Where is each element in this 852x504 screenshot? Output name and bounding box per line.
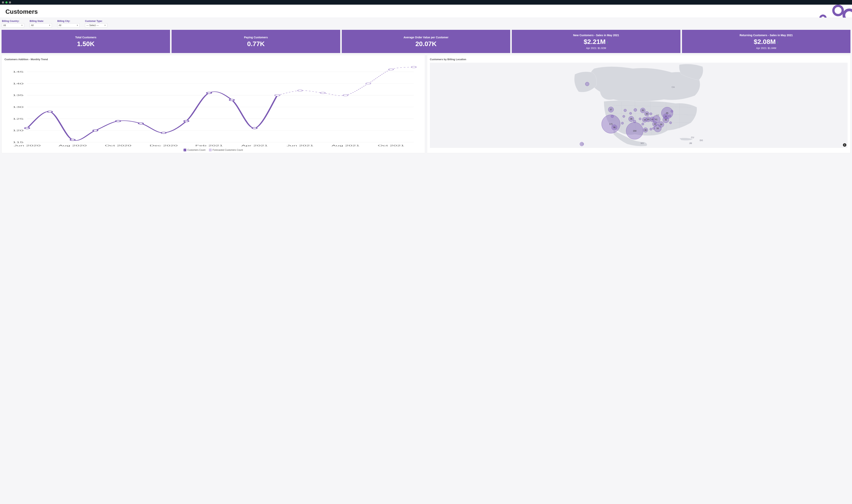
svg-text:35: 35 — [647, 118, 649, 121]
svg-text:32: 32 — [654, 123, 656, 125]
svg-text:36: 36 — [630, 118, 633, 120]
svg-text:171: 171 — [609, 123, 613, 125]
svg-point-104 — [585, 82, 589, 86]
svg-point-44 — [389, 69, 393, 70]
traffic-zoom-icon[interactable] — [9, 1, 11, 3]
svg-text:Oct 2020: Oct 2020 — [105, 144, 131, 147]
legend-item[interactable]: ✓Forecasted Customers Count — [209, 149, 243, 151]
svg-point-92 — [623, 115, 625, 118]
svg-point-89 — [634, 108, 637, 111]
svg-text:JM: JM — [689, 142, 692, 144]
svg-text:Apr 2021: Apr 2021 — [241, 144, 268, 147]
kpi-value: 1.50K — [3, 40, 168, 48]
legend-label: Forecasted Customers Count — [213, 149, 243, 151]
svg-point-105 — [580, 142, 584, 146]
kpi-label: Total Customers — [3, 36, 168, 39]
svg-point-45 — [411, 66, 416, 68]
filter-select[interactable]: All ▼ — [30, 23, 52, 28]
filter-select[interactable]: All ▼ — [2, 23, 24, 28]
trend-up-icon: ↑ — [777, 40, 779, 45]
kpi-value: 20.07K — [344, 40, 508, 48]
svg-text:35: 35 — [641, 109, 644, 111]
filter-label: Customer Type: — [85, 20, 107, 22]
kpi-value: $2.08M↑ — [684, 38, 849, 46]
svg-point-97 — [642, 123, 644, 125]
filter-1: Billing State: All ▼ — [30, 20, 52, 28]
chevron-down-icon: ▼ — [21, 24, 23, 26]
panel-title-monthly-trend: Customers Addition - Monthly Trend — [4, 58, 422, 61]
legend-checkbox-icon: ✓ — [183, 149, 186, 151]
svg-point-43 — [366, 83, 371, 84]
filter-select[interactable]: --- Select --- ▼ — [85, 23, 107, 28]
svg-point-32 — [139, 123, 143, 124]
svg-point-101 — [669, 115, 671, 117]
legend-item[interactable]: ✓Customers Count — [183, 149, 205, 151]
svg-text:36: 36 — [613, 126, 615, 128]
svg-point-0 — [820, 16, 826, 18]
svg-text:DO: DO — [700, 139, 703, 142]
map-chart[interactable]: CAUSMXCUDOJM1711643736353630343534613032… — [430, 63, 848, 148]
page-title: Customers — [5, 8, 847, 15]
filter-0: Billing Country: All ▼ — [2, 20, 24, 28]
svg-text:Dec 2020: Dec 2020 — [149, 144, 178, 147]
legend-label: Customers Count — [187, 149, 205, 151]
filter-label: Billing City: — [57, 20, 79, 22]
line-chart-legend: ✓Customers Count✓Forecasted Customers Co… — [4, 148, 422, 151]
traffic-close-icon[interactable] — [2, 1, 4, 3]
svg-point-94 — [629, 112, 632, 114]
svg-point-33 — [161, 132, 166, 133]
kpi-label: Returning Customers - Sales in May 2021 — [684, 34, 849, 37]
svg-text:95: 95 — [666, 112, 668, 114]
svg-text:Feb 2021: Feb 2021 — [195, 144, 223, 147]
panel-by-location: Customers by Billing Location CAUSMXCUDO… — [427, 55, 850, 153]
svg-point-103 — [669, 122, 672, 124]
kpi-sub: Apr 2021: $1.84M — [684, 47, 849, 50]
kpi-label: Average Order Value per Customer — [344, 36, 508, 39]
kpi-card-4: Returning Customers - Sales in May 2021 … — [682, 30, 850, 53]
kpi-card-1: Paying Customers 0.77K — [172, 30, 340, 53]
svg-point-95 — [633, 120, 636, 123]
filter-value: All — [59, 24, 61, 27]
svg-point-93 — [621, 122, 624, 124]
svg-point-90 — [624, 109, 627, 112]
traffic-minimize-icon[interactable] — [5, 1, 7, 3]
legend-checkbox-icon: ✓ — [209, 149, 212, 151]
filter-select[interactable]: All ▼ — [57, 23, 79, 28]
svg-point-102 — [671, 110, 673, 112]
svg-point-40 — [298, 90, 302, 91]
svg-point-100 — [650, 128, 652, 130]
svg-point-31 — [116, 120, 121, 122]
kpi-row: Total Customers 1.50K Paying Customers 0… — [0, 30, 852, 53]
kpi-card-0: Total Customers 1.50K — [2, 30, 170, 53]
svg-point-39 — [275, 94, 280, 96]
svg-text:Oct 2021: Oct 2021 — [378, 144, 404, 147]
svg-text:61: 61 — [655, 118, 657, 121]
svg-text:Jun 2021: Jun 2021 — [287, 144, 314, 147]
svg-text:37: 37 — [610, 108, 612, 111]
kpi-card-2: Average Order Value per Customer 20.07K — [342, 30, 510, 53]
svg-text:30: 30 — [645, 113, 648, 115]
chevron-down-icon: ▼ — [76, 24, 78, 26]
kpi-sub: Apr 2021: $1.92M — [514, 47, 678, 50]
filter-3: Customer Type: --- Select --- ▼ — [85, 20, 107, 28]
filter-value: All — [31, 24, 34, 27]
svg-text:56: 56 — [656, 127, 659, 129]
filter-label: Billing State: — [30, 20, 52, 22]
filter-label: Billing Country: — [2, 20, 24, 22]
kpi-label: Paying Customers — [174, 36, 338, 39]
svg-text:Aug 2021: Aug 2021 — [332, 144, 359, 147]
line-chart[interactable]: 115120125130135140145Jun 2020Aug 2020Oct… — [4, 63, 422, 148]
svg-point-96 — [639, 118, 641, 120]
filter-bar: Billing Country: All ▼ Billing State: Al… — [0, 18, 852, 30]
svg-text:115: 115 — [13, 141, 24, 143]
svg-point-29 — [70, 139, 75, 141]
svg-point-30 — [93, 130, 98, 131]
svg-point-42 — [343, 94, 348, 96]
filter-value: --- Select --- — [86, 24, 99, 27]
chevron-down-icon: ▼ — [49, 24, 51, 26]
svg-text:120: 120 — [13, 129, 24, 132]
svg-text:140: 140 — [13, 82, 24, 85]
filter-value: All — [3, 24, 6, 27]
svg-text:MX: MX — [641, 142, 644, 144]
map-info-icon[interactable]: i — [843, 143, 846, 147]
